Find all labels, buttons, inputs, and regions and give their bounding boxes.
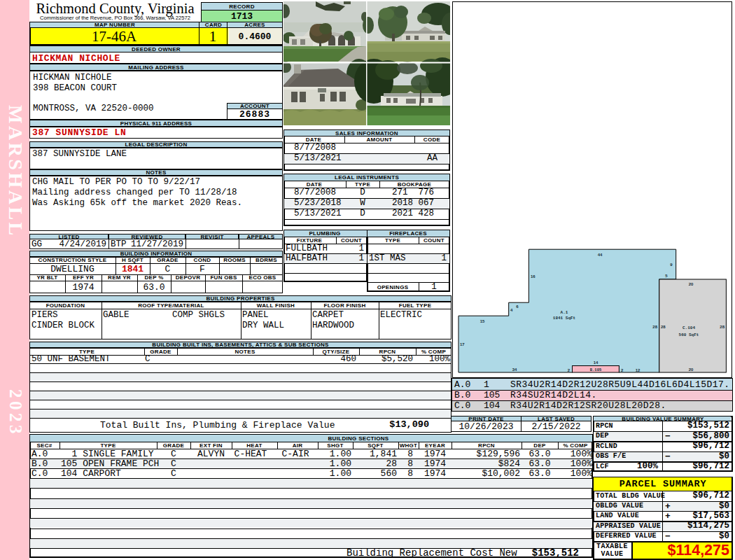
svg-text:20: 20: [689, 368, 694, 372]
svg-text:12: 12: [636, 368, 640, 372]
svg-text:34: 34: [512, 368, 517, 372]
svg-text:560 SqFt: 560 SqFt: [679, 332, 699, 337]
svg-text:20: 20: [689, 282, 694, 286]
svg-text:15: 15: [480, 319, 485, 323]
svg-text:B.105: B.105: [590, 368, 602, 372]
svg-text:C.104: C.104: [682, 326, 695, 330]
svg-text:A.1: A.1: [561, 310, 568, 315]
svg-text:28: 28: [720, 325, 724, 329]
svg-text:17: 17: [460, 342, 465, 346]
svg-text:14: 14: [594, 360, 598, 365]
svg-text:28: 28: [652, 325, 657, 329]
svg-text:44: 44: [598, 253, 603, 257]
svg-text:28: 28: [661, 325, 666, 329]
svg-text:16: 16: [531, 274, 536, 279]
svg-text:1841 SqFt: 1841 SqFt: [553, 316, 576, 321]
